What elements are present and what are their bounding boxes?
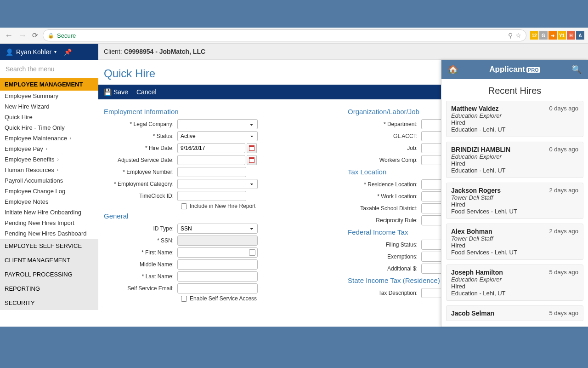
- label-hire-date: * Hire Date:: [104, 145, 177, 151]
- section-employment-info: Employment Information: [104, 108, 339, 115]
- chevron-right-icon: ›: [57, 167, 58, 172]
- hire-status: Hired: [451, 160, 578, 167]
- cancel-button[interactable]: Cancel: [136, 88, 157, 96]
- label-tax-desc: Tax Description:: [348, 290, 421, 296]
- sidebar-section-employee-management[interactable]: EMPLOYEE MANAGEMENT: [0, 78, 98, 91]
- forward-button[interactable]: →: [17, 31, 28, 40]
- brand-logo: ApplicantPRO: [489, 65, 540, 74]
- sidebar-item[interactable]: Pending New Hires Import: [0, 218, 98, 228]
- hire-card[interactable]: Jacob Selman 5 days ago: [446, 305, 583, 321]
- hire-card[interactable]: Alex Bohman Tower Deli Staff Hired Food …: [446, 224, 583, 260]
- label-filing-status: Filing Status:: [348, 242, 421, 248]
- timeclock-id-input[interactable]: [177, 191, 246, 201]
- label-middle-name: Middle Name:: [104, 261, 177, 268]
- hire-status: Hired: [451, 119, 578, 126]
- sidebar-item[interactable]: Employee Change Log: [0, 186, 98, 196]
- id-type-select[interactable]: SSN: [177, 224, 258, 234]
- employment-category-select[interactable]: [177, 179, 258, 189]
- extension-icon[interactable]: 12: [530, 31, 538, 40]
- calendar-icon[interactable]: [247, 143, 257, 153]
- hire-card[interactable]: Matthew Valdez Education Explorer Hired …: [446, 101, 583, 137]
- include-report-checkbox[interactable]: [181, 203, 187, 209]
- enable-self-service-checkbox[interactable]: [181, 296, 187, 302]
- address-bar[interactable]: 🔒 Secure ⚲ ☆: [43, 29, 526, 41]
- first-name-input[interactable]: [177, 247, 258, 258]
- sidebar-item[interactable]: Quick Hire: [0, 112, 98, 122]
- hire-card[interactable]: Jackson Rogers Tower Deli Staff Hired Fo…: [446, 183, 583, 219]
- hire-days-ago: 5 days ago: [549, 269, 578, 276]
- legal-company-select[interactable]: [177, 119, 258, 129]
- extension-icon[interactable]: H: [567, 31, 575, 40]
- sidebar-item[interactable]: Employee Summary: [0, 91, 98, 101]
- star-icon[interactable]: ☆: [515, 32, 521, 39]
- middle-name-input[interactable]: [177, 259, 258, 270]
- calendar-icon[interactable]: [247, 155, 257, 165]
- save-button[interactable]: 💾 Save: [104, 88, 128, 96]
- label-workers-comp: Workers Comp:: [348, 157, 421, 163]
- sidebar-item[interactable]: Quick Hire - Time Only: [0, 122, 98, 133]
- zoom-icon[interactable]: ⚲: [508, 32, 513, 39]
- hire-location: Food Services - Lehi, UT: [451, 208, 578, 215]
- extension-icon[interactable]: Y1: [558, 31, 566, 40]
- extension-icon[interactable]: A: [576, 31, 584, 40]
- last-name-input[interactable]: [177, 271, 258, 282]
- back-button[interactable]: ←: [4, 31, 14, 40]
- user-name: Ryan Kohler: [16, 48, 51, 56]
- status-select[interactable]: Active: [177, 131, 258, 141]
- extension-icons: 12G➜Y1HA: [530, 31, 584, 40]
- hire-job-title: Education Explorer: [451, 112, 578, 119]
- pin-icon[interactable]: 📌: [64, 48, 72, 56]
- include-report-label: Include in New Hire Report: [190, 203, 255, 209]
- hire-job-title: Education Explorer: [451, 153, 578, 160]
- enable-self-service-label: Enable Self Service Access: [190, 295, 257, 302]
- employee-number-input[interactable]: [177, 167, 246, 177]
- client-value: C9998954 - JobMatch, LLC: [124, 48, 205, 55]
- chevron-down-icon: ▾: [54, 49, 57, 54]
- label-job: Job:: [348, 145, 421, 151]
- chevron-right-icon: ›: [57, 157, 58, 162]
- secure-label: Secure: [57, 32, 76, 39]
- sidebar-item[interactable]: Employee Maintenance›: [0, 133, 98, 144]
- extension-icon[interactable]: G: [539, 31, 548, 40]
- hire-date-input[interactable]: [177, 143, 245, 153]
- hire-card[interactable]: Joseph Hamilton Education Explorer Hired…: [446, 264, 583, 301]
- sidebar-item[interactable]: New Hire Wizard: [0, 101, 98, 112]
- label-taxable-district: Taxable School District:: [348, 205, 421, 212]
- sidebar-item[interactable]: Employee Pay›: [0, 144, 98, 154]
- label-adj-service: Adjusted Service Date:: [104, 157, 177, 163]
- sidebar-item[interactable]: Initiate New Hire Onboarding: [0, 207, 98, 218]
- search-icon[interactable]: 🔍: [571, 64, 582, 75]
- hire-days-ago: 5 days ago: [549, 310, 578, 316]
- hire-job-title: Tower Deli Staff: [451, 235, 578, 242]
- sidebar-section[interactable]: PAYROLL PROCESSING: [0, 267, 98, 282]
- sidebar-section[interactable]: EMPLOYEE SELF SERVICE: [0, 239, 98, 253]
- home-icon[interactable]: 🏠: [448, 64, 458, 75]
- sidebar-item[interactable]: Employee Notes: [0, 196, 98, 207]
- self-service-email-input[interactable]: [177, 283, 258, 293]
- sidebar-item[interactable]: Human Resources›: [0, 165, 98, 175]
- save-label: Save: [113, 88, 128, 96]
- label-department: * Department:: [348, 121, 421, 127]
- reload-button[interactable]: ⟳: [31, 31, 39, 40]
- sidebar-section[interactable]: SECURITY: [0, 296, 98, 310]
- ssn-input[interactable]: [177, 236, 258, 246]
- browser-toolbar: ← → ⟳ 🔒 Secure ⚲ ☆ 12G➜Y1HA: [0, 28, 588, 44]
- hire-card[interactable]: BRINDIZI HAMBLIN Education Explorer Hire…: [446, 142, 583, 178]
- label-emp-number: * Employee Number:: [104, 169, 177, 175]
- sidebar-item[interactable]: Payroll Accumulations: [0, 175, 98, 186]
- label-ssn: * SSN:: [104, 237, 177, 244]
- adj-service-date-input[interactable]: [177, 155, 245, 165]
- search-menu-input[interactable]: Search the menu: [0, 60, 98, 78]
- label-id-type: ID Type:: [104, 225, 177, 232]
- hire-location: Education - Lehi, UT: [451, 126, 578, 133]
- save-icon: 💾: [104, 88, 112, 96]
- hire-location: Food Services - Lehi, UT: [451, 249, 578, 256]
- sidebar-section[interactable]: REPORTING: [0, 282, 98, 296]
- extension-icon[interactable]: ➜: [548, 31, 557, 40]
- sidebar-section[interactable]: CLIENT MANAGEMENT: [0, 253, 98, 267]
- user-bar[interactable]: 👤 Ryan Kohler ▾ 📌: [0, 44, 98, 60]
- label-exemptions: Exemptions:: [348, 253, 421, 260]
- label-gl-acct: GL ACCT:: [348, 133, 421, 139]
- sidebar-item[interactable]: Pending New Hires Dashboard: [0, 228, 98, 239]
- sidebar-item[interactable]: Employee Benefits›: [0, 154, 98, 165]
